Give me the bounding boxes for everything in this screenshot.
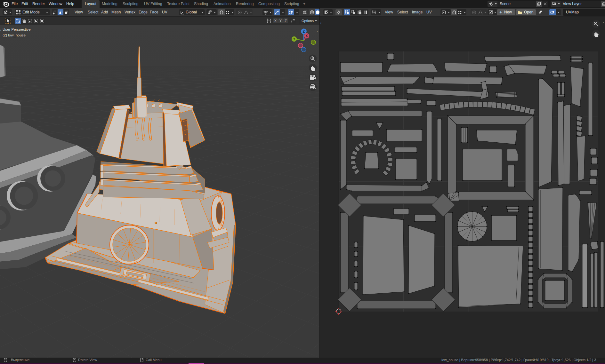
svg-text:X: X [306,34,308,38]
svg-text:Z: Z [303,29,305,33]
svg-text:Y: Y [293,37,295,41]
